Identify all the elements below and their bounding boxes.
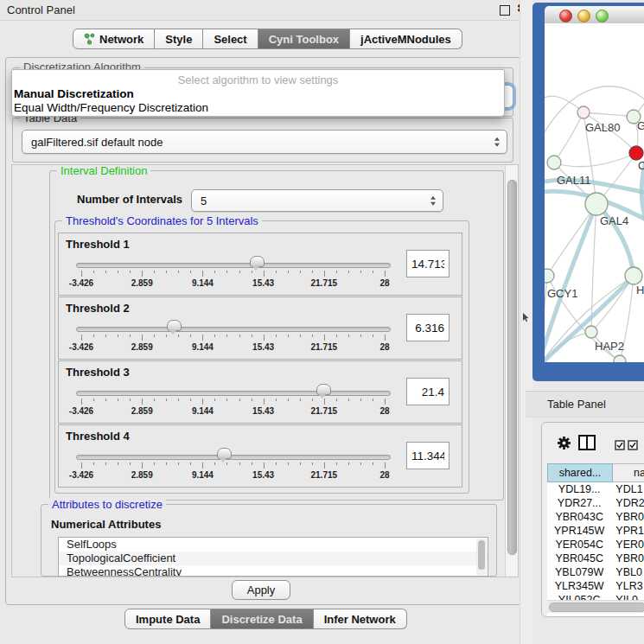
tab-network[interactable]: Network bbox=[73, 29, 155, 49]
cell-name[interactable]: YIL0 bbox=[611, 593, 644, 600]
tab-cyni-toolbox[interactable]: Cyni Toolbox bbox=[258, 29, 350, 49]
cell-shared-name[interactable]: YER054C bbox=[547, 538, 611, 552]
threshold-1-slider[interactable]: -3.4262.8599.14415.4321.71528 bbox=[76, 256, 389, 289]
table-data-select[interactable]: galFiltered.sif default node bbox=[22, 130, 507, 154]
cell-name[interactable]: YLR3 bbox=[611, 579, 644, 593]
tab-jactivemnodules[interactable]: jActiveMNodules bbox=[350, 29, 462, 49]
slider-thumb[interactable] bbox=[217, 448, 232, 459]
column-header-name[interactable]: na bbox=[613, 463, 644, 482]
cell-shared-name[interactable]: YIL052C bbox=[547, 593, 611, 600]
threshold-2-slider[interactable]: -3.4262.8599.14415.4321.71528 bbox=[76, 320, 389, 353]
threshold-4-slider[interactable]: -3.4262.8599.14415.4321.71528 bbox=[76, 448, 389, 481]
list-scrollbar[interactable] bbox=[476, 539, 487, 575]
dropdown-option-equal-width[interactable]: Equal Width/Frequency Discretization bbox=[12, 101, 504, 115]
tab-label: Infer Network bbox=[324, 613, 396, 626]
GCY1-node[interactable] bbox=[545, 269, 554, 283]
combo-stepper-icon bbox=[430, 196, 436, 206]
table-row[interactable]: YPR145WYPR1 bbox=[547, 524, 644, 538]
table-rows: YDL19...YDL1YDR27...YDR2YBR043CYBR0YPR14… bbox=[547, 482, 644, 600]
HAP2-node[interactable] bbox=[585, 326, 597, 338]
zoom-traffic-light-icon[interactable] bbox=[596, 10, 609, 22]
settings-gear-icon[interactable] bbox=[557, 436, 571, 453]
cell-shared-name[interactable]: YBR043C bbox=[547, 510, 611, 524]
tab-select[interactable]: Select bbox=[203, 29, 258, 49]
column-header-shared-name[interactable]: shared... bbox=[547, 463, 613, 482]
node-label: GAL11 bbox=[557, 174, 591, 187]
network-canvas[interactable]: GAL80GACGAL11GAL4GCY1HHAP2 bbox=[545, 23, 644, 362]
cell-shared-name[interactable]: YDR27... bbox=[547, 496, 611, 510]
vertical-scrollbar-thumb[interactable] bbox=[507, 180, 517, 555]
slider-thumb[interactable] bbox=[316, 384, 331, 395]
slider-thumb[interactable] bbox=[167, 320, 182, 331]
table-row[interactable]: YBR045CYBR0 bbox=[547, 552, 644, 565]
tab-label: Select bbox=[214, 33, 246, 46]
cell-name[interactable]: YBR0 bbox=[611, 552, 644, 565]
vertical-scrollbar[interactable] bbox=[505, 165, 518, 577]
cell-name[interactable]: YER0 bbox=[611, 538, 644, 552]
threshold-3-value-input[interactable] bbox=[406, 378, 450, 405]
tab-style[interactable]: Style bbox=[155, 29, 203, 49]
threshold-1-value-input[interactable] bbox=[406, 250, 450, 277]
slider-track bbox=[76, 263, 391, 268]
list-item[interactable]: BetweennessCentrality bbox=[59, 565, 488, 577]
close-traffic-light-icon[interactable] bbox=[559, 10, 572, 22]
node[interactable] bbox=[614, 355, 626, 362]
horizontal-scrollbar[interactable] bbox=[547, 600, 644, 613]
network-edge[interactable] bbox=[583, 112, 634, 117]
cell-name[interactable]: YDL1 bbox=[611, 482, 644, 496]
node-label: C bbox=[638, 159, 644, 172]
table-row[interactable]: YIL052CYIL0 bbox=[547, 593, 644, 600]
network-window-titlebar[interactable] bbox=[545, 6, 644, 24]
float-window-icon[interactable] bbox=[500, 5, 510, 16]
cell-name[interactable]: YPR1 bbox=[611, 524, 644, 538]
split-columns-icon[interactable] bbox=[578, 435, 596, 450]
tab-label: Impute Data bbox=[136, 613, 200, 626]
list-item[interactable]: SelfLoops bbox=[59, 538, 488, 552]
table-row[interactable]: YBR043CYBR0 bbox=[547, 510, 644, 524]
split-pane-divider[interactable] bbox=[520, 0, 533, 644]
cell-shared-name[interactable]: YPR145W bbox=[547, 524, 611, 538]
cell-shared-name[interactable]: YLR345W bbox=[547, 579, 611, 593]
cell-shared-name[interactable]: YBR045C bbox=[547, 552, 611, 565]
horizontal-scrollbar-thumb[interactable] bbox=[549, 603, 644, 612]
threshold-label: Threshold 2 bbox=[66, 302, 130, 315]
red-node[interactable] bbox=[629, 146, 643, 160]
cell-name[interactable]: YDR2 bbox=[611, 496, 644, 510]
num-intervals-select[interactable]: 5 bbox=[191, 189, 443, 212]
node-label: GCY1 bbox=[547, 287, 577, 300]
list-scrollbar-thumb[interactable] bbox=[478, 540, 485, 570]
table-row[interactable]: YDL19...YDL1 bbox=[547, 482, 644, 496]
tab-infer-network[interactable]: Infer Network bbox=[314, 609, 407, 629]
table-row[interactable]: YDR27...YDR2 bbox=[547, 496, 644, 510]
cell-name[interactable]: YBR0 bbox=[611, 510, 644, 524]
apply-button[interactable]: Apply bbox=[232, 580, 290, 600]
cell-shared-name[interactable]: YDL19... bbox=[547, 482, 611, 496]
list-item[interactable]: TopologicalCoefficient bbox=[59, 552, 488, 565]
numerical-attributes-list[interactable]: SelfLoopsTopologicalCoefficientBetweenne… bbox=[58, 537, 488, 577]
dropdown-option-manual[interactable]: Manual Discretization bbox=[12, 87, 504, 101]
node[interactable] bbox=[625, 267, 642, 284]
slider-tick-labels: -3.4262.8599.14415.4321.71528 bbox=[81, 278, 385, 289]
slider-thumb[interactable] bbox=[250, 256, 265, 267]
table-row[interactable]: YER054CYER0 bbox=[547, 538, 644, 552]
select-all-checkbox-icon[interactable] bbox=[615, 440, 625, 453]
threshold-4-value-input[interactable] bbox=[406, 442, 450, 469]
tab-discretize-data[interactable]: Discretize Data bbox=[211, 609, 313, 629]
cell-shared-name[interactable]: YBL079W bbox=[547, 565, 611, 579]
threshold-label: Threshold 4 bbox=[66, 430, 130, 443]
GAL11-node[interactable] bbox=[547, 156, 561, 169]
tab-impute-data[interactable]: Impute Data bbox=[124, 609, 211, 629]
threshold-3-slider[interactable]: -3.4262.8599.14415.4321.71528 bbox=[76, 384, 389, 417]
minimize-traffic-light-icon[interactable] bbox=[577, 10, 590, 22]
network-icon bbox=[84, 33, 95, 45]
table-row[interactable]: YBL079WYBL0 bbox=[547, 565, 644, 579]
GAL4-node[interactable] bbox=[585, 193, 608, 215]
network-edge[interactable] bbox=[554, 112, 583, 163]
GAL80-node[interactable] bbox=[577, 106, 590, 118]
threshold-2-value-input[interactable] bbox=[406, 314, 450, 341]
network-edge[interactable] bbox=[554, 153, 636, 167]
select-all-checkbox-icon[interactable] bbox=[628, 440, 638, 453]
table-data-selected-value: galFiltered.sif default node bbox=[31, 136, 163, 149]
cell-name[interactable]: YBL0 bbox=[611, 565, 644, 579]
table-row[interactable]: YLR345WYLR3 bbox=[547, 579, 644, 593]
